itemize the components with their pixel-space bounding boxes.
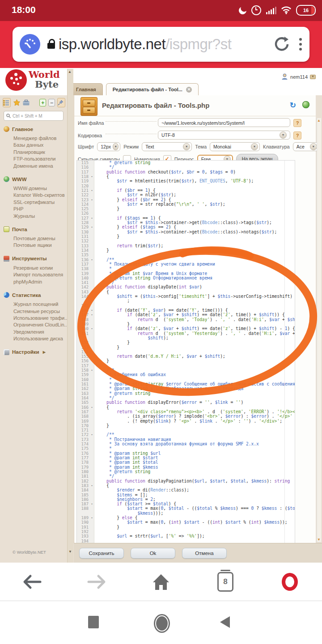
tabs-button[interactable]: 8 [193, 572, 258, 592]
speedtest-icon[interactable] [20, 34, 40, 55]
code-line[interactable]: { [94, 174, 295, 179]
code-line[interactable]: * @param string $url [94, 451, 295, 456]
code-line[interactable]: $kmess))); [94, 511, 295, 516]
sidebar-item[interactable]: WWW-домены [13, 185, 67, 192]
code-line[interactable]: } [94, 248, 295, 253]
encoding-select[interactable]: UTF-8▼ [158, 131, 290, 140]
code-line[interactable] [94, 364, 295, 368]
code-line[interactable]: $start = max(0, (int) $start - ((int) $s… [94, 520, 295, 525]
code-line[interactable]: public function displayDate(int $var) [94, 285, 295, 289]
code-line[interactable]: * [94, 446, 295, 451]
code-line[interactable]: } [94, 207, 295, 211]
code-line[interactable]: public function displayPagination($url, … [94, 479, 295, 483]
favorites-star-icon[interactable] [13, 98, 20, 107]
reload-icon[interactable] [274, 35, 291, 53]
sidebar-item[interactable]: Доменные имена [13, 163, 67, 169]
theme-select[interactable]: Monokai▼ [210, 142, 260, 151]
sidebar-item[interactable]: phpMyAdmin [13, 279, 67, 285]
fold-icon[interactable]: ▾ [90, 188, 94, 193]
code-line[interactable]: return d__('system', 'Today') . ', ' . d… [94, 318, 295, 322]
code-line[interactable] [94, 428, 295, 432]
code-line[interactable]: * Сообщения об ошибках [94, 373, 295, 377]
code-line[interactable]: $str = $this->container->get(Bbcode::cla… [94, 230, 295, 234]
code-line[interactable]: * [94, 267, 295, 271]
sidebar-item[interactable]: Системные ресурсы [13, 308, 67, 315]
sidebar-section-header[interactable]: Статистика [0, 291, 67, 299]
search-input[interactable]: Ctrl + Shift + M [4, 111, 64, 121]
filename-input[interactable]: ~/www/1.loverok.ru/system/src/System/l [158, 118, 290, 127]
code-line[interactable]: */ [94, 165, 295, 169]
code-line[interactable]: */ [94, 474, 295, 479]
code-line[interactable]: * За основу взята доработанная функция о… [94, 442, 295, 446]
code-line[interactable] [94, 239, 295, 243]
code-line[interactable]: /** [94, 368, 295, 373]
code-line[interactable]: */ [94, 396, 295, 400]
sidebar-item[interactable]: Резервные копии [13, 265, 67, 271]
code-line[interactable]: . (is_array($error) ? implode('<br>', $e… [94, 414, 295, 419]
code-line[interactable]: /** [94, 432, 295, 437]
fold-icon[interactable]: ▾ [90, 225, 94, 229]
sidebar-item[interactable]: Уведомления [13, 329, 67, 335]
code-line[interactable]: * @return string Отформатированное время [94, 276, 295, 280]
code-line[interactable]: $str = nl2br($str); [94, 193, 295, 197]
action-button-2[interactable]: Отмена [182, 548, 227, 559]
code-line[interactable]: * @param int $total [94, 460, 295, 465]
code-line[interactable]: * @param int $kmess [94, 465, 295, 470]
url-bar[interactable]: isp.worldbyte.net/ispmgr?st [13, 27, 309, 62]
recents-button[interactable] [88, 616, 99, 628]
code-line[interactable]: $neighbors = 2; [94, 497, 295, 502]
fold-icon[interactable]: ▾ [90, 326, 94, 331]
code-line[interactable]: $str = $this->container->get(Bbcode::cla… [94, 220, 295, 225]
sidebar-item[interactable]: Использование диска [13, 335, 67, 342]
sidebar-item[interactable]: Ограничения CloudLin.. [13, 322, 67, 328]
code-line[interactable]: if ($start >= $total) { [94, 502, 295, 506]
sidebar-item[interactable]: Почтовые ящики [13, 242, 67, 249]
code-line[interactable]: $render = di(Render::class); [94, 488, 295, 492]
scroll-down-icon[interactable]: ▼ [317, 538, 321, 542]
scroll-up-icon[interactable]: ▲ [68, 70, 72, 74]
fold-icon[interactable]: ▾ [90, 258, 94, 262]
sidebar-scrollbar[interactable]: ▲ ▼ [67, 69, 73, 563]
code-line[interactable]: if ($tags == 1) { [94, 216, 295, 220]
back-nav-button[interactable] [220, 616, 230, 628]
code-line[interactable]: } [94, 234, 295, 239]
code-line[interactable]: if (date('Y', $var) == date('Y', time())… [94, 308, 295, 313]
worldbyte-logo[interactable] [5, 69, 27, 91]
encoding-help-button[interactable]: ? [293, 131, 301, 140]
sidebar-section-header[interactable]: WWW [0, 175, 67, 183]
code-line[interactable]: if (date('z', $var + $shift) == date('z'… [94, 326, 295, 331]
code-line[interactable]: * @param int $start [94, 456, 295, 460]
code-line[interactable]: $str = htmlentities(trim($str), ENT_QUOT… [94, 179, 295, 183]
code-line[interactable]: * @return string [94, 161, 295, 165]
code-line[interactable]: { [94, 405, 295, 410]
page-scrollbar[interactable]: ▲ ▼ [317, 118, 321, 542]
sidebar-item[interactable]: Импорт пользователя [13, 271, 67, 278]
code-line[interactable]: { [94, 290, 295, 294]
code-line[interactable]: { [94, 483, 295, 488]
code-line[interactable]: } [94, 322, 295, 326]
code-line[interactable]: } else { [94, 516, 295, 520]
chevron-down-icon[interactable]: ▼ [280, 131, 287, 139]
code-line[interactable]: } [94, 525, 295, 530]
code-line[interactable]: if (date('z', $var + $shift) == date('z'… [94, 313, 295, 317]
code-line[interactable]: * @param string|array $error Сообщение о… [94, 382, 295, 386]
menu-kebab-icon[interactable] [299, 38, 302, 51]
briefcase-icon[interactable] [22, 98, 30, 107]
mode-select[interactable]: Text▼ [142, 142, 192, 151]
code-line[interactable]: return date('d.m.Y / H:i', $var + $shift… [94, 354, 295, 359]
code-line[interactable]: } elseif ($tags == 2) { [94, 225, 295, 229]
sidebar-section-header[interactable]: Настройки▶ [0, 348, 67, 356]
sidebar-item[interactable]: Базы данных [13, 142, 67, 148]
fold-icon[interactable]: ▾ [90, 313, 94, 317]
code-line[interactable]: } [94, 340, 295, 345]
fold-icon[interactable]: ▾ [90, 432, 94, 437]
code-line[interactable]: . (! empty($link) ? '<p>' . $link . '</p… [94, 419, 295, 424]
sidebar-section-header[interactable]: Инструменты [0, 255, 67, 263]
sidebar-item[interactable]: PHP [13, 206, 67, 212]
code-line[interactable]: * @param string $link Необязательная ссы… [94, 386, 295, 391]
code-line[interactable] [94, 211, 295, 216]
code-line[interactable]: $str = str_replace("\r\n", ' ', $str); [94, 202, 295, 207]
sidebar-item[interactable]: Менеджер файлов [13, 135, 67, 142]
fold-icon[interactable]: ▾ [90, 368, 94, 373]
tree-view-icon[interactable] [3, 98, 11, 107]
